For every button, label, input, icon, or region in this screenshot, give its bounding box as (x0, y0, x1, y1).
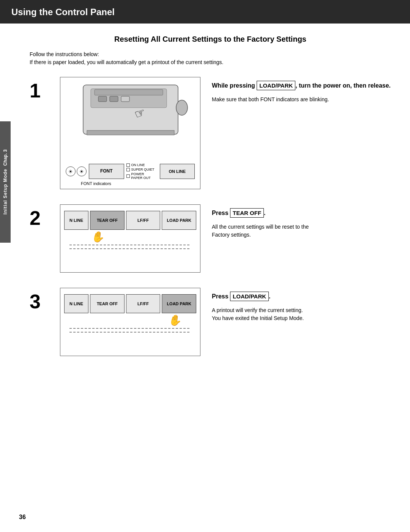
super-quiet-ind: SUPER QUIET (126, 168, 155, 171)
intro-line2: If there is paper loaded, you will autom… (30, 58, 391, 66)
intro-text: Follow the instructions below: If there … (30, 50, 391, 66)
step-3-diagram: N LINE TEAR OFF LF/FF LOAD PARK ✋ (60, 288, 200, 356)
font-indicators-label: FONT indicators (64, 181, 196, 186)
side-label: Chap. 3 Initial Setup Mode (0, 121, 11, 243)
lf-ff-btn: LF/FF (126, 211, 161, 230)
mode-label: Initial Setup Mode (3, 169, 8, 215)
svg-rect-5 (121, 96, 129, 102)
font-icons: ☀ ☀ (66, 166, 87, 176)
font-icon-1: ☀ (66, 166, 76, 176)
n-line-btn: N LINE (64, 211, 88, 230)
step-1-title: While pressing LOAD/PARK, turn the power… (212, 81, 391, 90)
step2-hand-area: ✋ (64, 230, 196, 251)
step-3-number: 3 (30, 292, 49, 311)
step-2-title: Press TEAR OFF. (212, 208, 391, 218)
step-2-number: 2 (30, 208, 49, 228)
step-1-row: 1 (30, 77, 391, 189)
step-1-instruction: While pressing LOAD/PARK, turn the power… (212, 77, 391, 104)
step-1-body: Make sure that both FONT indicators are … (212, 96, 391, 104)
step-3-instruction: Press LOAD/PARK. A printout will verify … (212, 288, 391, 322)
svg-rect-4 (110, 96, 118, 102)
load-park-key-3: LOAD/PARK (230, 292, 269, 301)
printer-sketch: ☞ (60, 77, 200, 157)
power-square (126, 174, 130, 178)
paper-lines-3 (66, 315, 195, 334)
intro-line1: Follow the instructions below: (30, 50, 391, 58)
svg-rect-2 (95, 89, 163, 95)
on-line-ind: ON LINE (126, 163, 155, 167)
chap-label: Chap. 3 (3, 149, 8, 166)
main-content: Resetting All Current Settings to the Fa… (11, 24, 410, 383)
step-2-row: 2 N LINE TEAR OFF LF/FF LOAD PARK (30, 204, 391, 273)
page-number: 36 (19, 514, 26, 521)
paper-lines-2 (66, 232, 195, 251)
power-ind: POWERPAPER OUT (126, 172, 155, 180)
step-2-body: All the current settings will be reset t… (212, 223, 391, 239)
step3-hand-area: ✋ (64, 313, 196, 334)
step3-panel: N LINE TEAR OFF LF/FF LOAD PARK ✋ (60, 288, 200, 337)
tear-off-btn-3: TEAR OFF (90, 294, 125, 313)
svg-rect-3 (98, 96, 107, 102)
font-icon-2: ☀ (77, 166, 87, 176)
step-1-number: 1 (30, 81, 49, 100)
svg-point-7 (176, 100, 188, 115)
step-3-title: Press LOAD/PARK. (212, 292, 391, 301)
step-3-body: A printout will verify the current setti… (212, 306, 391, 322)
n-line-btn-3: N LINE (64, 294, 88, 313)
step-1-diagram: ☞ ☀ ☀ FONT (60, 77, 200, 189)
power-label: POWERPAPER OUT (131, 172, 151, 180)
step1-panel: ☀ ☀ FONT ON LINE (60, 157, 200, 189)
load-park-btn: LOAD PARK (162, 211, 196, 230)
font-button: FONT (89, 164, 124, 179)
section-title: Resetting All Current Settings to the Fa… (30, 35, 391, 44)
on-line-button: ON LINE (160, 164, 195, 179)
load-park-btn-3: LOAD PARK (162, 294, 196, 313)
load-park-key-1: LOAD/PARK (257, 81, 295, 90)
super-quiet-square (126, 168, 130, 171)
step-3-row: 3 N LINE TEAR OFF LF/FF LOAD PARK (30, 288, 391, 356)
printer-svg: ☞ (60, 77, 200, 153)
step2-panel: N LINE TEAR OFF LF/FF LOAD PARK ✋ (60, 205, 200, 254)
on-line-label: ON LINE (131, 163, 145, 167)
step2-buttons: N LINE TEAR OFF LF/FF LOAD PARK (64, 211, 196, 230)
super-quiet-label: SUPER QUIET (131, 168, 155, 171)
indicators: ON LINE SUPER QUIET POWERPAPER OUT (126, 163, 155, 180)
step3-buttons: N LINE TEAR OFF LF/FF LOAD PARK (64, 294, 196, 313)
lf-ff-btn-3: LF/FF (126, 294, 161, 313)
on-line-square (126, 163, 130, 167)
step-2-diagram: N LINE TEAR OFF LF/FF LOAD PARK ✋ (60, 204, 200, 273)
header-title: Using the Control Panel (11, 7, 115, 17)
page-header: Using the Control Panel (0, 0, 410, 24)
svg-rect-6 (87, 130, 174, 135)
step-2-instruction: Press TEAR OFF. All the current settings… (212, 204, 391, 239)
tear-off-btn: TEAR OFF (90, 211, 125, 230)
tear-off-key: TEAR OFF (230, 208, 264, 218)
